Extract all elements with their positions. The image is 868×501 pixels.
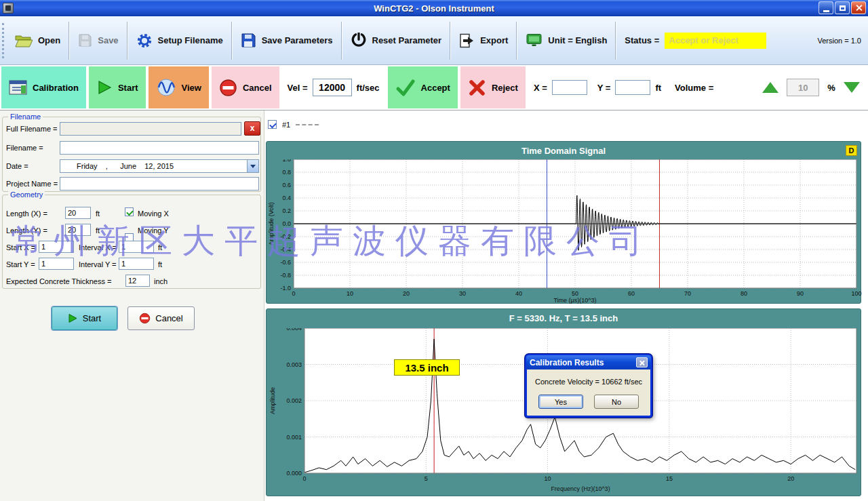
x-input[interactable] (552, 80, 587, 95)
full-filename-label: Full Filename = (6, 125, 58, 133)
velocity-label: Vel = (288, 83, 308, 93)
volume-input[interactable] (787, 79, 819, 96)
svg-text:Amplitude: Amplitude (269, 387, 276, 414)
reject-button[interactable]: Reject (460, 66, 526, 108)
length-x-label: Length (X) = (6, 209, 47, 218)
svg-text:0.4: 0.4 (282, 195, 291, 201)
time-domain-chart: Time Domain Signal D 0102030405060708090… (266, 141, 861, 304)
setup-gear-icon (136, 33, 153, 49)
length-y-unit: ft (96, 226, 100, 235)
window-title: WinCTG2 - Olson Instrument (0, 3, 868, 14)
moving-x-checkbox[interactable] (125, 207, 134, 216)
svg-text:70: 70 (684, 290, 691, 297)
unit-button[interactable]: Unit = English (517, 16, 615, 64)
view-button[interactable]: View (149, 66, 209, 108)
calibration-button[interactable]: Calibration (1, 66, 86, 108)
svg-text:-1.0: -1.0 (280, 285, 291, 292)
dialog-no-button[interactable]: No (594, 395, 639, 409)
svg-text:-0.6: -0.6 (280, 259, 291, 266)
svg-text:Amplitude (Volt): Amplitude (Volt) (268, 202, 275, 245)
velocity-input[interactable] (313, 79, 352, 96)
y-label: Y = (597, 83, 611, 93)
volume-down-icon[interactable] (844, 82, 860, 93)
svg-text:0.000: 0.000 (286, 470, 302, 477)
xy-unit-label: ft (655, 83, 661, 93)
dialog-yes-button[interactable]: Yes (538, 395, 583, 409)
svg-text:5: 5 (425, 475, 428, 482)
minimize-button[interactable] (818, 1, 833, 14)
trace-1-checkbox[interactable] (268, 120, 277, 129)
start-play-icon (96, 79, 113, 96)
toolbar-grip[interactable] (2, 23, 5, 58)
date-dropdown[interactable]: Friday , June 12, 2015 (60, 159, 259, 173)
save-parameters-label: Save Parameters (262, 35, 333, 45)
interval-y-input[interactable] (119, 258, 154, 270)
svg-text:30: 30 (459, 290, 466, 297)
reject-label: Reject (492, 83, 518, 93)
calibration-results-dialog: Calibration Results Concrete Velocity = … (525, 354, 652, 418)
chevron-down-icon (250, 165, 256, 168)
svg-text:100: 100 (851, 290, 861, 297)
y-input[interactable] (615, 80, 650, 95)
frequency-chart-title: F = 5330. Hz, T = 13.5 inch (267, 313, 861, 323)
save-icon (78, 33, 92, 47)
close-icon (855, 4, 863, 12)
svg-text:-0.8: -0.8 (280, 272, 291, 279)
open-folder-icon (15, 33, 33, 47)
start-y-input[interactable] (39, 258, 74, 270)
dialog-close-button[interactable] (636, 357, 648, 367)
calibration-label: Calibration (33, 83, 79, 93)
start-x-input[interactable] (39, 241, 74, 253)
close-icon (639, 360, 645, 365)
svg-text:-0.2: -0.2 (280, 233, 291, 240)
save-label: Save (98, 35, 118, 45)
panel-start-button[interactable]: Start (52, 306, 117, 330)
clear-filename-button[interactable]: x (244, 121, 260, 136)
trace-toggle-row: #1 (268, 120, 319, 129)
export-icon (459, 33, 475, 48)
moving-x-label: Moving X (138, 209, 169, 218)
accept-check-icon (395, 79, 416, 97)
panel-start-label: Start (83, 313, 101, 323)
open-button[interactable]: Open (7, 16, 68, 64)
project-name-input[interactable] (60, 177, 259, 191)
cancel-button[interactable]: Cancel (212, 66, 279, 108)
date-dropdown-button[interactable] (247, 160, 258, 172)
dialog-title-bar[interactable]: Calibration Results (526, 355, 651, 369)
svg-text:0.004: 0.004 (286, 328, 302, 332)
panel-cancel-label: Cancel (155, 313, 182, 323)
d-button[interactable]: D (846, 145, 857, 156)
status-label: Status = (625, 35, 659, 45)
time-domain-plot[interactable]: 0102030405060708090100-1.0-0.8-0.6-0.4-0… (267, 159, 862, 304)
svg-text:0.6: 0.6 (282, 182, 291, 188)
close-button[interactable] (851, 1, 866, 14)
accept-button[interactable]: Accept (388, 66, 458, 108)
velocity-unit: ft/sec (357, 83, 380, 93)
volume-up-icon[interactable] (762, 82, 778, 93)
length-x-input[interactable] (65, 207, 91, 219)
export-label: Export (480, 35, 508, 45)
settings-panel: Filename Full Filename = x Filename = Da… (0, 111, 264, 501)
svg-text:0.2: 0.2 (282, 207, 291, 214)
save-parameters-button[interactable]: Save Parameters (233, 16, 341, 64)
x-label: X = (534, 83, 547, 93)
thickness-input[interactable] (125, 275, 150, 287)
interval-x-label: Interval X = (79, 243, 117, 252)
export-button[interactable]: Export (451, 16, 516, 64)
dialog-title: Calibration Results (530, 358, 604, 367)
svg-text:40: 40 (515, 290, 522, 297)
svg-text:60: 60 (628, 290, 635, 297)
interval-x-input[interactable] (119, 241, 154, 253)
length-y-label: Length (Y) = (6, 226, 47, 235)
save-button[interactable]: Save (70, 16, 126, 64)
view-label: View (182, 83, 201, 93)
length-y-input[interactable] (65, 224, 91, 236)
maximize-button[interactable] (835, 1, 850, 14)
reset-power-icon (351, 33, 367, 49)
filename-input[interactable] (60, 141, 259, 155)
panel-cancel-button[interactable]: Cancel (127, 306, 195, 330)
full-filename-input[interactable] (60, 122, 241, 136)
reset-parameter-button[interactable]: Reset Parameter (342, 16, 450, 64)
start-button[interactable]: Start (89, 66, 146, 108)
setup-filename-button[interactable]: Setup Filename (128, 16, 231, 64)
